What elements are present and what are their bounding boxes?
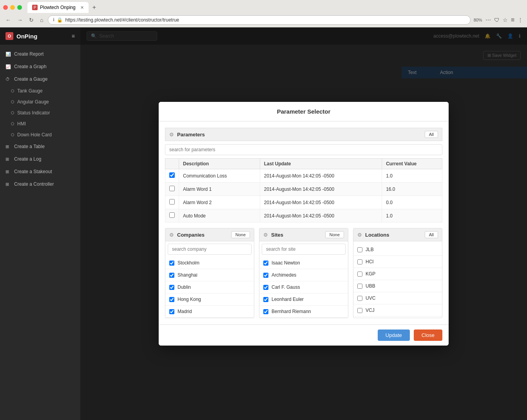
site-3-checkbox[interactable] [263,297,268,302]
locations-panel-header: ⚙ Locations All [353,228,442,241]
site-2-checkbox[interactable] [263,285,268,290]
list-item[interactable]: Hong Kong [165,293,254,306]
site-1-checkbox[interactable] [263,273,268,278]
loc-4-checkbox[interactable] [357,296,362,301]
param-row-3-checkbox[interactable] [169,212,175,218]
list-item[interactable]: JLB [353,244,442,256]
address-bar[interactable]: ℹ 🔒 https://testing.plowtech.net/#/clien… [48,15,470,25]
loc-5-label: VCJ [366,308,375,313]
site-0-checkbox[interactable] [263,261,268,266]
list-item[interactable]: Archimedes [259,269,348,281]
sidebar-item-down-hole-card[interactable]: Down Hole Card [0,129,80,140]
loc-3-checkbox[interactable] [357,284,362,289]
sidebar-nav: 📊 Create Report 📈 Create a Graph ⏱ Creat… [0,45,80,194]
locations-panel: ⚙ Locations All JLB [353,228,442,318]
sites-gear-icon[interactable]: ⚙ [263,232,268,238]
sidebar-item-tank-gauge[interactable]: Tank Gauge [0,85,80,96]
param-row-2-checkbox[interactable] [169,199,175,205]
companies-gear-icon[interactable]: ⚙ [169,232,174,238]
close-window-btn[interactable] [3,5,8,10]
company-0-checkbox[interactable] [169,261,174,266]
sidebar-item-create-table[interactable]: ⊞ Create a Table [0,140,80,153]
list-item[interactable]: Carl F. Gauss [259,281,348,293]
minimize-window-btn[interactable] [10,5,15,10]
dot-icon [11,89,14,92]
param-row-1-checkbox[interactable] [169,186,175,191]
list-item[interactable]: KGP [353,268,442,280]
sidebar-item-create-graph[interactable]: 📈 Create a Graph [0,60,80,73]
list-item[interactable]: HCI [353,256,442,268]
company-2-checkbox[interactable] [169,285,174,290]
forward-btn[interactable]: → [16,16,24,24]
locations-gear-icon[interactable]: ⚙ [357,232,362,238]
company-3-label: Hong Kong [177,297,201,302]
list-item[interactable]: Stockholm [165,257,254,269]
param-col-last-update: Last Update [260,159,382,169]
list-item[interactable]: Shanghai [165,269,254,281]
loc-0-checkbox[interactable] [357,247,362,252]
tab-close-btn[interactable]: ✕ [80,5,84,10]
sidebar-toggle-icon[interactable]: ≡ [511,16,514,24]
shield-icon[interactable]: 🛡 [494,17,500,23]
home-btn[interactable]: ⌂ [38,16,45,24]
companies-search-input[interactable] [168,244,252,255]
param-row-1-update: 2014-August-Mon 14:42:05 -0500 [260,183,382,196]
sidebar-item-create-report[interactable]: 📊 Create Report [0,48,80,60]
list-item[interactable]: VCJ [353,304,442,317]
browser-chrome: P Plowtech Onping ✕ + ← → ↻ ⌂ ℹ 🔒 https:… [0,0,527,27]
logo-text: OnPing [16,33,37,40]
loc-5-checkbox[interactable] [357,308,362,313]
sidebar-label-tank-gauge: Tank Gauge [17,88,43,94]
param-row-0-checkbox[interactable] [169,172,175,178]
list-item[interactable]: UVC [353,292,442,304]
parameters-search-input[interactable] [165,144,442,155]
site-4-checkbox[interactable] [263,309,268,314]
companies-panel-title: Companies [177,232,228,238]
loc-1-label: HCI [366,259,374,264]
locations-all-btn[interactable]: All [425,231,438,238]
hamburger-icon[interactable]: ≡ [72,33,75,39]
loc-1-checkbox[interactable] [357,259,362,264]
report-icon: 📊 [5,52,11,57]
active-tab[interactable]: P Plowtech Onping ✕ [27,2,89,13]
maximize-window-btn[interactable] [17,5,22,10]
sidebar-item-create-log[interactable]: ⊞ Create a Log [0,153,80,165]
close-button[interactable]: Close [414,329,442,341]
parameters-all-btn[interactable]: All [425,131,438,138]
list-item[interactable]: Bernhard Riemann [259,306,348,318]
list-item[interactable]: UBB [353,280,442,292]
company-1-checkbox[interactable] [169,273,174,278]
list-item[interactable]: Dublin [165,281,254,293]
list-item[interactable]: Isaac Newton [259,257,348,269]
sidebar-item-create-stakeout[interactable]: ⊞ Create a Stakeout [0,165,80,178]
sidebar-item-create-gauge[interactable]: ⏱ Create a Gauge [0,73,80,85]
loc-2-checkbox[interactable] [357,272,362,277]
parameters-gear-icon[interactable]: ⚙ [169,132,174,138]
sidebar-item-hmi[interactable]: HMI [0,118,80,129]
sidebar-item-create-controller[interactable]: ⊞ Create a Controller [0,178,80,190]
locations-panel-title: Locations [365,232,422,238]
companies-none-btn[interactable]: None [231,231,250,238]
sidebar-item-status-indicator[interactable]: Status Indicator [0,107,80,118]
extensions-icon[interactable]: ⋯ [485,17,491,23]
sites-search-input[interactable] [262,244,346,255]
info-icon: ℹ [53,17,54,22]
controller-icon: ⊞ [5,182,11,187]
menu-icon[interactable]: ⋮ [518,17,523,23]
bookmark-icon[interactable]: ☆ [503,17,508,23]
graph-icon: 📈 [5,64,11,69]
company-4-checkbox[interactable] [169,309,174,314]
sites-none-btn[interactable]: None [325,231,344,238]
new-tab-btn[interactable]: + [90,3,98,12]
sidebar-label-create-table: Create a Table [14,144,45,149]
back-btn[interactable]: ← [4,16,13,24]
reload-btn[interactable]: ↻ [27,16,35,24]
list-item[interactable]: Leonhard Euler [259,293,348,306]
sidebar-item-angular-gauge[interactable]: Angular Gauge [0,96,80,107]
list-item[interactable]: Madrid [165,306,254,318]
company-3-checkbox[interactable] [169,297,174,302]
site-2-label: Carl F. Gauss [272,284,300,290]
param-row-2-update: 2014-August-Mon 14:42:05 -0500 [260,196,382,209]
update-button[interactable]: Update [378,329,410,341]
parameter-selector-modal: Parameter Selector ⚙ Parameters All [159,102,449,346]
